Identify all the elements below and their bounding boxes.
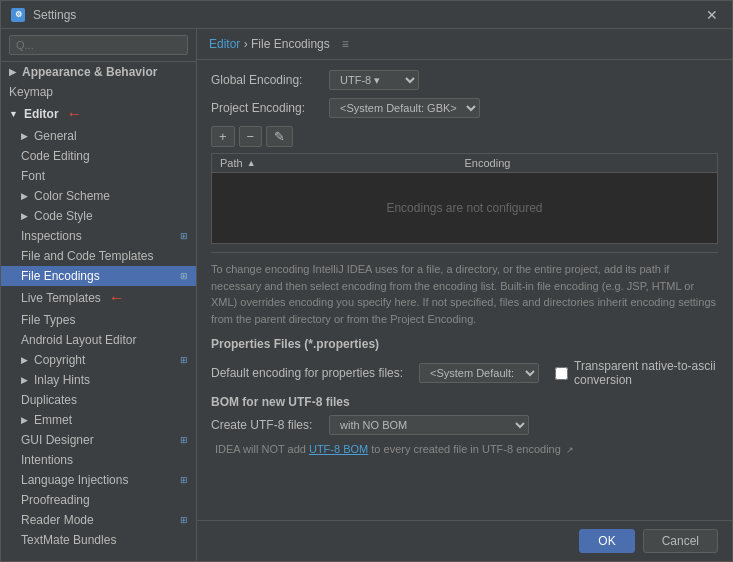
badge-icon: ⊞ xyxy=(180,231,188,241)
editor-arrow: ← xyxy=(67,105,83,123)
sidebar-item-label: Proofreading xyxy=(21,493,90,507)
sidebar-item-file-encodings[interactable]: File Encodings ⊞ xyxy=(1,266,196,286)
edit-button[interactable]: ✎ xyxy=(266,126,293,147)
settings-dialog: ⚙ Settings ✕ ▶ Appearance & Behavior Key… xyxy=(0,0,733,562)
sidebar-item-live-templates[interactable]: Live Templates ← xyxy=(1,286,196,310)
sidebar-item-textmate[interactable]: TextMate Bundles xyxy=(1,530,196,550)
sidebar-item-label: Emmet xyxy=(34,413,72,427)
sidebar-item-label: Code Editing xyxy=(21,149,90,163)
sidebar-item-language-injections[interactable]: Language Injections ⊞ xyxy=(1,470,196,490)
sidebar-item-editor[interactable]: ▼ Editor ← xyxy=(1,102,196,126)
sidebar-item-label: Color Scheme xyxy=(34,189,110,203)
sidebar-item-emmet[interactable]: ▶ Emmet xyxy=(1,410,196,430)
badge-icon: ⊞ xyxy=(180,515,188,525)
sidebar-item-label: Reader Mode xyxy=(21,513,94,527)
encoding-table-toolbar: + − ✎ xyxy=(211,126,718,147)
sidebar-item-intentions[interactable]: Intentions xyxy=(1,450,196,470)
close-button[interactable]: ✕ xyxy=(702,5,722,25)
bom-note-text: IDEA will NOT add xyxy=(215,443,309,455)
sidebar-item-color-scheme[interactable]: ▶ Color Scheme xyxy=(1,186,196,206)
ok-button[interactable]: OK xyxy=(579,529,634,553)
create-utf8-label: Create UTF-8 files: xyxy=(211,418,321,432)
app-icon: ⚙ xyxy=(11,8,25,22)
panel-menu-icon[interactable]: ≡ xyxy=(342,37,349,51)
sidebar-item-code-editing[interactable]: Code Editing xyxy=(1,146,196,166)
default-encoding-label: Default encoding for properties files: xyxy=(211,366,411,380)
sort-icon: ▲ xyxy=(247,158,256,168)
sidebar-item-gui-designer[interactable]: GUI Designer ⊞ xyxy=(1,430,196,450)
default-encoding-select[interactable]: <System Default: G... xyxy=(419,363,539,383)
expand-icon: ▶ xyxy=(21,211,28,221)
expand-icon: ▶ xyxy=(21,415,28,425)
encoding-column-header: Encoding xyxy=(465,157,710,169)
sidebar-item-label: Live Templates xyxy=(21,291,101,305)
sidebar-item-appearance[interactable]: ▶ Appearance & Behavior xyxy=(1,62,196,82)
badge-icon: ⊞ xyxy=(180,435,188,445)
cancel-button[interactable]: Cancel xyxy=(643,529,718,553)
encoding-col-label: Encoding xyxy=(465,157,511,169)
bom-section-label: BOM for new UTF-8 files xyxy=(211,395,718,409)
sidebar-item-inlay-hints[interactable]: ▶ Inlay Hints xyxy=(1,370,196,390)
sidebar-item-copyright[interactable]: ▶ Copyright ⊞ xyxy=(1,350,196,370)
badge-icon: ⊞ xyxy=(180,475,188,485)
create-utf8-row: Create UTF-8 files: with NO BOM xyxy=(211,415,718,435)
sidebar-item-label: Inlay Hints xyxy=(34,373,90,387)
sidebar-item-label: Editor xyxy=(24,107,59,121)
bom-note-row: IDEA will NOT add UTF-8 BOM to every cre… xyxy=(211,443,718,455)
bom-note2-text: to every created file in UTF-8 encoding xyxy=(368,443,561,455)
table-header: Path ▲ Encoding xyxy=(212,154,717,173)
badge-icon: ⊞ xyxy=(180,355,188,365)
bom-external-icon: ↗ xyxy=(566,445,574,455)
add-button[interactable]: + xyxy=(211,126,235,147)
title-bar: ⚙ Settings ✕ xyxy=(1,1,732,29)
sidebar-item-label: File Encodings xyxy=(21,269,100,283)
sidebar-item-label: GUI Designer xyxy=(21,433,94,447)
encodings-table: Path ▲ Encoding Encodings are not config… xyxy=(211,153,718,244)
sidebar-item-label: Language Injections xyxy=(21,473,128,487)
sidebar-item-reader-mode[interactable]: Reader Mode ⊞ xyxy=(1,510,196,530)
sidebar-item-proofreading[interactable]: Proofreading xyxy=(1,490,196,510)
breadcrumb-editor-link[interactable]: Editor xyxy=(209,37,240,51)
global-encoding-select[interactable]: UTF-8 ▾ xyxy=(329,70,419,90)
sidebar-item-label: Intentions xyxy=(21,453,73,467)
main-content: ▶ Appearance & Behavior Keymap ▼ Editor … xyxy=(1,29,732,561)
sidebar-item-file-types[interactable]: File Types xyxy=(1,310,196,330)
sidebar-item-label: Android Layout Editor xyxy=(21,333,136,347)
global-encoding-label: Global Encoding: xyxy=(211,73,321,87)
sidebar-item-label: TextMate Bundles xyxy=(21,533,116,547)
project-encoding-select[interactable]: <System Default: GBK> xyxy=(329,98,480,118)
badge-icon: ⊞ xyxy=(180,271,188,281)
sidebar-item-label: File and Code Templates xyxy=(21,249,154,263)
create-utf8-select[interactable]: with NO BOM xyxy=(329,415,529,435)
title-bar-left: ⚙ Settings xyxy=(11,8,76,22)
sidebar-item-duplicates[interactable]: Duplicates xyxy=(1,390,196,410)
sidebar-item-file-code-templates[interactable]: File and Code Templates xyxy=(1,246,196,266)
right-panel: Editor › File Encodings ≡ Global Encodin… xyxy=(197,29,732,561)
sidebar: ▶ Appearance & Behavior Keymap ▼ Editor … xyxy=(1,29,197,561)
sidebar-item-android-layout[interactable]: Android Layout Editor xyxy=(1,330,196,350)
project-encoding-row: Project Encoding: <System Default: GBK> xyxy=(211,98,718,118)
sidebar-item-inspections[interactable]: Inspections ⊞ xyxy=(1,226,196,246)
sidebar-item-code-style[interactable]: ▶ Code Style xyxy=(1,206,196,226)
expand-icon: ▼ xyxy=(9,109,18,119)
global-encoding-row: Global Encoding: UTF-8 ▾ xyxy=(211,70,718,90)
sidebar-item-font[interactable]: Font xyxy=(1,166,196,186)
expand-icon: ▶ xyxy=(21,355,28,365)
expand-icon: ▶ xyxy=(21,191,28,201)
sidebar-item-keymap[interactable]: Keymap xyxy=(1,82,196,102)
transparent-checkbox[interactable] xyxy=(555,367,568,380)
sidebar-item-label: File Types xyxy=(21,313,75,327)
default-encoding-row: Default encoding for properties files: <… xyxy=(211,359,718,387)
search-input[interactable] xyxy=(9,35,188,55)
search-box xyxy=(1,29,196,62)
breadcrumb-separator: › xyxy=(240,37,251,51)
expand-icon: ▶ xyxy=(21,375,28,385)
sidebar-item-label: Keymap xyxy=(9,85,53,99)
transparent-label: Transparent native-to-ascii conversion xyxy=(574,359,718,387)
remove-button[interactable]: − xyxy=(239,126,263,147)
panel-header: Editor › File Encodings ≡ xyxy=(197,29,732,60)
sidebar-item-general[interactable]: ▶ General xyxy=(1,126,196,146)
expand-icon: ▶ xyxy=(9,67,16,77)
project-encoding-label: Project Encoding: xyxy=(211,101,321,115)
bom-link[interactable]: UTF-8 BOM xyxy=(309,443,368,455)
